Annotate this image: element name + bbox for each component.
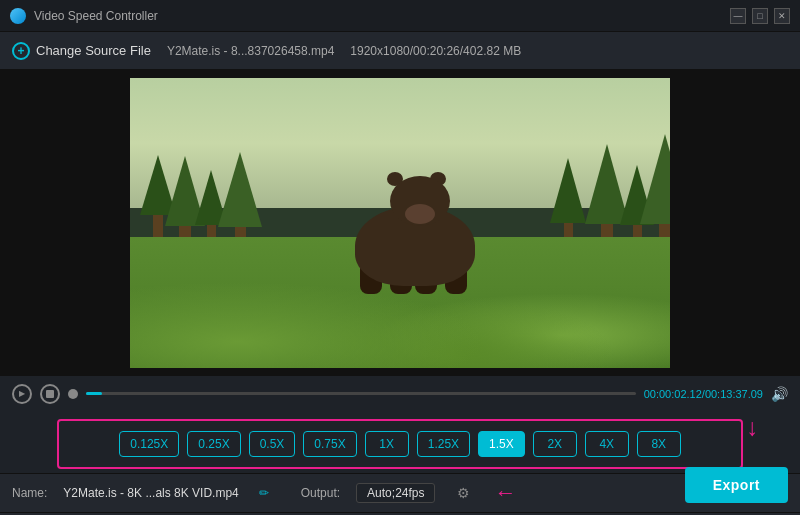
speed-btn-2[interactable]: 2X (533, 431, 577, 457)
toolbar: + Change Source File Y2Mate.is - 8...837… (0, 32, 800, 70)
add-circle-icon: + (12, 42, 30, 60)
timeline-progress (86, 392, 102, 395)
tree-4 (218, 152, 262, 249)
tree-8 (640, 134, 670, 252)
timeline-bar[interactable] (86, 392, 636, 395)
speed-btn-1.25[interactable]: 1.25X (417, 431, 470, 457)
stop-button[interactable] (40, 384, 60, 404)
output-value: Auto;24fps (356, 483, 435, 503)
maximize-button[interactable]: □ (752, 8, 768, 24)
video-preview[interactable] (130, 78, 670, 368)
speed-btn-8[interactable]: 8X (637, 431, 681, 457)
name-label: Name: (12, 486, 47, 500)
time-total: 00:13:37.09 (705, 388, 763, 400)
stop-icon (46, 390, 54, 398)
file-meta: 1920x1080/00:20:26/402.82 MB (350, 44, 521, 58)
file-name: Y2Mate.is - 8...837026458.mp4 (167, 44, 334, 58)
minimize-button[interactable]: — (730, 8, 746, 24)
timeline-handle[interactable] (68, 389, 78, 399)
close-button[interactable]: ✕ (774, 8, 790, 24)
play-button[interactable]: ▶ (12, 384, 32, 404)
edit-name-icon[interactable]: ✏ (259, 486, 269, 500)
app-icon (10, 8, 26, 24)
speed-btn-0.125[interactable]: 0.125X (119, 431, 179, 457)
speed-controls-wrapper: 0.125X0.25X0.5X0.75X1X1.25X1.5X2X4X8X (0, 411, 800, 473)
export-button-wrap: ↑ Export (685, 467, 788, 503)
bear-subject (335, 166, 495, 286)
change-source-label: Change Source File (36, 43, 151, 58)
speed-btn-0.25[interactable]: 0.25X (187, 431, 240, 457)
bottom-bar: Name: Y2Mate.is - 8K ...als 8K VID.mp4 ✏… (0, 473, 800, 515)
speed-btn-1[interactable]: 1X (365, 431, 409, 457)
speed-btn-1.5[interactable]: 1.5X (478, 431, 525, 457)
settings-icon[interactable]: ⚙ (457, 485, 470, 501)
output-label: Output: (301, 486, 340, 500)
title-bar: Video Speed Controller — □ ✕ (0, 0, 800, 32)
speed-controls: 0.125X0.25X0.5X0.75X1X1.25X1.5X2X4X8X (57, 419, 743, 469)
volume-icon[interactable]: 🔊 (771, 386, 788, 402)
time-display: 00:00:02.12/00:13:37.09 (644, 388, 763, 400)
speed-btn-0.75[interactable]: 0.75X (303, 431, 356, 457)
speed-btn-4[interactable]: 4X (585, 431, 629, 457)
video-area (0, 70, 800, 375)
time-current: 00:00:02.12 (644, 388, 702, 400)
down-arrow-icon: ↑ (746, 417, 758, 445)
export-button[interactable]: Export (685, 467, 788, 503)
change-source-button[interactable]: + Change Source File (12, 42, 151, 60)
app-title: Video Speed Controller (34, 9, 730, 23)
window-controls: — □ ✕ (730, 8, 790, 24)
name-output-row: Name: Y2Mate.is - 8K ...als 8K VID.mp4 ✏… (0, 474, 800, 513)
speed-btn-0.5[interactable]: 0.5X (249, 431, 296, 457)
arrow-left-indicator: ← (494, 480, 516, 506)
file-output-name: Y2Mate.is - 8K ...als 8K VID.mp4 (63, 486, 238, 500)
timeline: ▶ 00:00:02.12/00:13:37.09 🔊 (0, 375, 800, 411)
tree-5 (550, 158, 586, 243)
